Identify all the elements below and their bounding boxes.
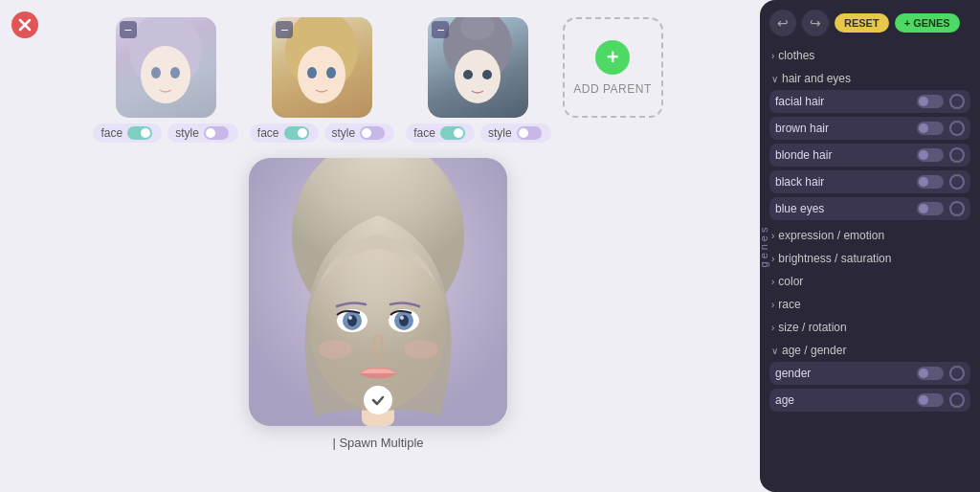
gene-row-facial-hair[interactable]: facial hair: [769, 90, 970, 113]
parent-1-toggles: face style: [93, 123, 237, 143]
style-switch-2[interactable]: [360, 126, 385, 140]
gender-circle[interactable]: [949, 366, 965, 381]
face-switch-2[interactable]: [284, 126, 309, 140]
brown-hair-label: brown hair: [775, 122, 829, 135]
race-arrow: ›: [771, 300, 774, 310]
undo-icon: ↩: [777, 15, 789, 31]
svg-point-5: [170, 67, 180, 78]
gene-row-gender[interactable]: gender: [769, 362, 970, 385]
facial-hair-label: facial hair: [775, 95, 824, 108]
gender-toggle[interactable]: [917, 367, 944, 380]
svg-point-28: [404, 340, 438, 359]
remove-parent-3-button[interactable]: [432, 21, 449, 38]
style-label-3: style: [488, 126, 512, 140]
gene-row-age[interactable]: age: [769, 389, 970, 412]
parent-card-3: face style: [406, 17, 550, 143]
section-clothes[interactable]: › clothes: [769, 44, 970, 67]
parent-3-toggles: face style: [406, 123, 550, 143]
section-brightness[interactable]: › brightness / saturation: [769, 247, 970, 270]
clothes-label: clothes: [778, 49, 814, 62]
gene-row-black-hair[interactable]: black hair: [769, 170, 970, 193]
facial-hair-circle[interactable]: [949, 94, 965, 109]
blonde-hair-circle[interactable]: [949, 147, 965, 163]
add-parent-button[interactable]: + ADD PARENT: [563, 17, 663, 118]
panel-content: › clothes ∨ hair and eyes facial hair br…: [760, 44, 980, 412]
parent-1-style-toggle[interactable]: style: [167, 123, 238, 143]
panel-toolbar: ↩ ↪ RESET + GENES: [760, 10, 980, 44]
svg-point-13: [463, 70, 473, 79]
black-hair-label: black hair: [775, 175, 824, 189]
svg-point-26: [400, 316, 404, 320]
genes-panel: ↩ ↪ RESET + GENES › clothes ∨ hair and e…: [760, 0, 980, 492]
style-label-2: style: [332, 126, 356, 140]
genes-label: + GENES: [904, 17, 950, 29]
parent-1-face-toggle[interactable]: face: [93, 123, 162, 143]
parent-2-face-toggle[interactable]: face: [250, 123, 319, 143]
expression-arrow: ›: [771, 231, 774, 241]
parent-image-1: [116, 17, 216, 118]
parent-3-face-toggle[interactable]: face: [406, 123, 475, 143]
section-race[interactable]: › race: [769, 293, 970, 316]
reset-button[interactable]: RESET: [835, 13, 889, 33]
remove-parent-2-button[interactable]: [276, 21, 293, 38]
facial-hair-toggle[interactable]: [917, 95, 944, 108]
parent-3-style-toggle[interactable]: style: [480, 123, 551, 143]
age-toggle[interactable]: [917, 393, 944, 407]
facial-hair-controls: [917, 94, 965, 109]
gene-row-brown-hair[interactable]: brown hair: [769, 117, 970, 140]
age-label: age: [775, 393, 794, 407]
parent-2-style-toggle[interactable]: style: [324, 123, 395, 143]
parent-image-2: [272, 17, 372, 118]
spawn-multiple-label: Spawn Multiple: [339, 436, 423, 450]
blonde-hair-label: blonde hair: [775, 148, 832, 162]
add-parent-area: + ADD PARENT: [563, 17, 663, 118]
blonde-hair-toggle[interactable]: [917, 148, 944, 162]
section-hair-eyes[interactable]: ∨ hair and eyes: [769, 67, 970, 90]
svg-point-7: [298, 46, 345, 103]
blue-eyes-toggle[interactable]: [917, 202, 944, 215]
brown-hair-circle[interactable]: [949, 121, 965, 136]
spawn-multiple-button[interactable]: Spawn Multiple: [332, 436, 423, 450]
style-switch-3[interactable]: [517, 126, 542, 140]
face-label-3: face: [413, 126, 435, 140]
svg-point-22: [348, 316, 352, 320]
parent-card-2: face style: [250, 17, 394, 143]
black-hair-toggle[interactable]: [917, 175, 944, 189]
main-area: face style: [0, 0, 756, 492]
section-size-rotation[interactable]: › size / rotation: [769, 316, 970, 339]
color-label: color: [778, 275, 803, 288]
reset-label: RESET: [844, 17, 880, 29]
gender-label: gender: [775, 367, 811, 380]
style-switch-1[interactable]: [204, 126, 229, 140]
clothes-arrow: ›: [771, 51, 774, 61]
blue-eyes-circle[interactable]: [949, 201, 965, 216]
brown-hair-controls: [917, 121, 965, 136]
brown-hair-toggle[interactable]: [917, 122, 944, 135]
brightness-label: brightness / saturation: [778, 252, 891, 265]
section-age-gender[interactable]: ∨ age / gender: [769, 339, 970, 362]
gene-row-blue-eyes[interactable]: blue eyes: [769, 197, 970, 220]
blonde-hair-controls: [917, 147, 965, 163]
svg-point-9: [326, 67, 336, 78]
parent-card-1: face style: [93, 17, 237, 143]
size-rotation-label: size / rotation: [778, 321, 846, 334]
black-hair-controls: [917, 174, 965, 190]
undo-button[interactable]: ↩: [769, 10, 796, 36]
redo-icon: ↪: [810, 15, 821, 31]
black-hair-circle[interactable]: [949, 174, 965, 190]
close-button[interactable]: [11, 11, 38, 38]
section-expression[interactable]: › expression / emotion: [769, 224, 970, 247]
face-label-2: face: [257, 126, 279, 140]
face-switch-3[interactable]: [440, 126, 465, 140]
remove-parent-1-button[interactable]: [120, 21, 137, 38]
hair-eyes-arrow: ∨: [771, 74, 778, 84]
gene-row-blonde-hair[interactable]: blonde hair: [769, 144, 970, 167]
section-color[interactable]: › color: [769, 270, 970, 293]
genes-button[interactable]: + GENES: [895, 13, 960, 33]
size-rotation-arrow: ›: [771, 323, 774, 333]
age-gender-arrow: ∨: [771, 346, 778, 356]
face-switch-1[interactable]: [127, 126, 152, 140]
age-circle[interactable]: [949, 392, 965, 408]
redo-button[interactable]: ↪: [802, 10, 829, 36]
checkmark-button[interactable]: [364, 386, 392, 414]
